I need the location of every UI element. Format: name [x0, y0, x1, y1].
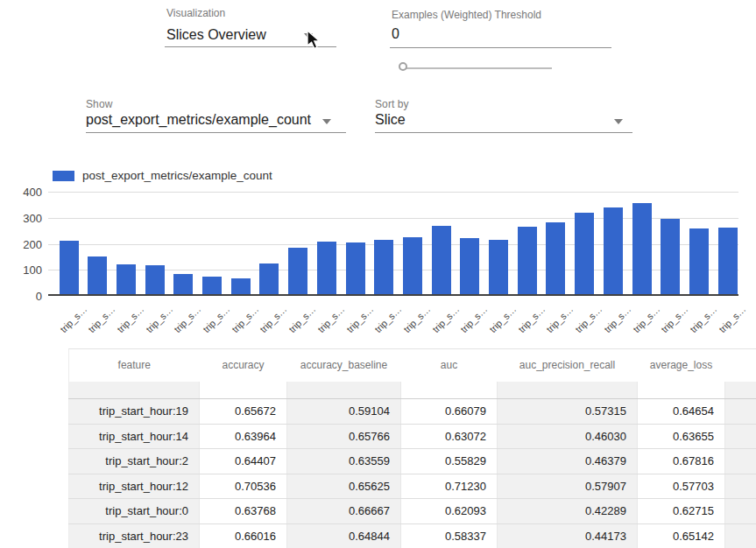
bar[interactable]: [689, 228, 709, 294]
metric-cell: 0.57907: [498, 474, 638, 499]
y-axis-tick-label: 0: [0, 290, 42, 303]
y-axis-tick-label: 400: [0, 186, 42, 199]
metric-cell: 0.59104: [287, 399, 401, 425]
chevron-down-icon[interactable]: [322, 119, 331, 124]
filter-cell[interactable]: [287, 382, 401, 399]
metric-cell: 0.70536: [200, 474, 287, 499]
gridline: [48, 192, 738, 193]
bar[interactable]: [460, 238, 479, 294]
column-header: average_loss: [638, 349, 725, 382]
bar[interactable]: [231, 278, 251, 294]
metric-cell: 0.42289: [498, 499, 638, 524]
visualization-label: Visualization: [166, 7, 225, 19]
y-axis-tick-label: 300: [0, 212, 42, 225]
metric-cell: 0.58337: [401, 523, 498, 548]
table-row: trip_start_hour:14 0.63964 0.65766 0.630…: [69, 424, 756, 449]
column-header-cut: [725, 349, 756, 382]
bar[interactable]: [661, 219, 680, 294]
bar[interactable]: [173, 274, 193, 294]
bar[interactable]: [518, 227, 537, 294]
mouse-cursor-icon: [306, 30, 321, 54]
bar[interactable]: [374, 240, 393, 294]
x-axis-labels: trip_s…trip_s…trip_s…trip_s…trip_s…trip_…: [48, 299, 738, 343]
y-axis-labels: 0100200300400: [0, 192, 42, 296]
bar[interactable]: [60, 241, 79, 294]
table-header-row: feature accuracy accuracy_baseline auc a…: [69, 349, 756, 382]
bar[interactable]: [145, 265, 165, 294]
metric-cell: 0.65672: [200, 399, 287, 425]
table-row: trip_start_hour:19 0.65672 0.59104 0.660…: [69, 399, 756, 425]
bar[interactable]: [718, 228, 738, 294]
legend-label: post_export_metrics/example_count: [82, 169, 272, 182]
chevron-down-icon[interactable]: [614, 119, 623, 124]
show-select[interactable]: post_export_metrics/example_count: [86, 112, 311, 128]
bar[interactable]: [288, 248, 307, 294]
y-axis-tick-label: 200: [0, 238, 42, 251]
column-header: auc_precision_recall: [498, 349, 638, 382]
bar[interactable]: [317, 242, 336, 294]
metric-cell: 0.63655: [638, 424, 725, 449]
bar[interactable]: [403, 237, 422, 294]
feature-cell: trip_start_hour:19: [69, 399, 200, 425]
metric-cell: 0.62715: [638, 499, 725, 524]
threshold-slider-track[interactable]: [405, 67, 552, 69]
metric-cell: 0.57315: [498, 399, 638, 425]
bar[interactable]: [88, 256, 107, 294]
metric-cell: 0.63072: [401, 424, 498, 449]
bar[interactable]: [346, 242, 365, 294]
metric-cell: 0.66016: [200, 523, 287, 548]
table-row: trip_start_hour:12 0.70536 0.65625 0.712…: [69, 474, 756, 499]
feature-cell: trip_start_hour:2: [69, 449, 200, 474]
metric-cell: 0.65766: [287, 424, 401, 449]
sort-by-select[interactable]: Slice: [375, 112, 406, 128]
bar[interactable]: [202, 277, 222, 294]
sort-by-label: Sort by: [375, 98, 409, 110]
y-axis-tick-label: 100: [0, 263, 42, 277]
metric-cell: 0.63768: [200, 499, 287, 524]
threshold-slider-thumb[interactable]: [399, 62, 407, 71]
metric-cell-cut: [725, 399, 756, 425]
plot-area: [48, 192, 738, 296]
metric-cell-cut: [725, 523, 756, 548]
metric-cell: 0.62093: [401, 499, 498, 524]
feature-cell: trip_start_hour:14: [69, 424, 200, 449]
bar[interactable]: [546, 222, 565, 294]
filter-cell[interactable]: [69, 382, 200, 399]
filter-cell-cut: [725, 382, 756, 399]
bar[interactable]: [432, 226, 451, 294]
table-row: trip_start_hour:23 0.66016 0.64844 0.583…: [69, 523, 756, 548]
threshold-underline: [390, 47, 611, 48]
feature-cell: trip_start_hour:12: [69, 474, 200, 499]
filter-cell[interactable]: [401, 382, 498, 399]
bar[interactable]: [259, 263, 279, 294]
metric-cell: 0.46379: [498, 449, 638, 474]
filter-cell[interactable]: [498, 382, 638, 399]
bar[interactable]: [604, 207, 623, 294]
metric-cell: 0.67816: [638, 449, 725, 474]
table-row: trip_start_hour:0 0.63768 0.66667 0.6209…: [69, 499, 756, 524]
column-header: accuracy_baseline: [287, 349, 401, 382]
visualization-select[interactable]: Slices Overview: [166, 27, 266, 43]
metric-cell: 0.65625: [287, 474, 401, 499]
column-header: auc: [401, 349, 498, 382]
threshold-input[interactable]: [392, 26, 611, 42]
metric-cell-cut: [725, 499, 756, 524]
sort-by-underline: [375, 132, 632, 133]
metric-cell-cut: [725, 424, 756, 449]
metric-cell: 0.44173: [498, 523, 638, 548]
legend-swatch: [53, 171, 74, 181]
bar[interactable]: [489, 240, 508, 294]
filter-cell[interactable]: [200, 382, 287, 399]
table-row: trip_start_hour:2 0.64407 0.63559 0.5582…: [69, 449, 756, 474]
filter-cell[interactable]: [638, 382, 725, 399]
metric-cell: 0.65142: [638, 523, 725, 548]
bar[interactable]: [575, 213, 594, 294]
metric-cell: 0.57703: [638, 474, 725, 499]
bar[interactable]: [117, 264, 136, 294]
bar[interactable]: [632, 203, 652, 294]
metric-cell: 0.64654: [638, 399, 725, 425]
show-label: Show: [86, 98, 112, 110]
show-underline: [86, 132, 346, 133]
metric-cell-cut: [725, 474, 756, 499]
metric-cell: 0.66079: [401, 399, 498, 425]
